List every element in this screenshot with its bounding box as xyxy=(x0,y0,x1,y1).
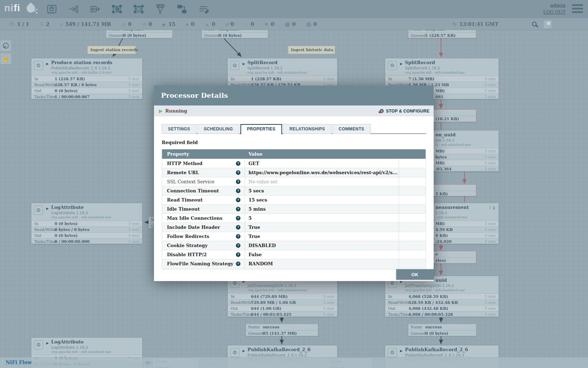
property-row[interactable]: Cookie Strategy?DISABLED xyxy=(162,241,426,250)
conn-queued-value: ytes) xyxy=(435,258,446,264)
help-icon[interactable]: ? xyxy=(236,225,240,230)
connection-label[interactable]: Namesuccess Queued85 (141.37 MB) xyxy=(246,324,318,336)
property-row[interactable]: Connection Timeout?5 secs xyxy=(162,186,426,195)
connection-label[interactable]: NameResponse Queued0 (0 bytes) xyxy=(202,30,268,38)
property-row[interactable]: Attributes to Send?No value set xyxy=(162,268,426,270)
global-menu-button[interactable] xyxy=(572,4,583,13)
processor-bundle: org.apache.nifi - nifi-standard-nar xyxy=(405,70,465,74)
help-icon[interactable]: ? xyxy=(236,252,240,257)
nifi-logo: nifi xyxy=(4,2,20,14)
processor-produce-station-records[interactable]: ⚙▶ Produce station records PublishKafkaR… xyxy=(31,58,142,99)
ok-button[interactable]: OK xyxy=(396,269,434,280)
conn-queued-value: 0 (0 bytes) xyxy=(123,33,146,39)
property-value: True xyxy=(245,223,399,232)
help-icon[interactable]: ? xyxy=(236,161,240,166)
processor-stat-row: Read/Write729.89 MB / 1.06 GB5 min xyxy=(228,299,337,305)
processor-toolbar-icon[interactable] xyxy=(46,3,58,15)
conn-queued-key: Queued xyxy=(204,33,219,39)
processor-stat-row: Tasks/Time0 / 00:00:00.0005 min xyxy=(31,238,142,244)
output-port-toolbar-icon[interactable] xyxy=(89,3,102,15)
help-icon[interactable]: ? xyxy=(236,170,240,175)
help-icon[interactable]: ? xyxy=(236,261,240,266)
property-row[interactable]: Remote URL?https://www.pegelonline.wsv.d… xyxy=(162,168,426,177)
search-icon[interactable] xyxy=(532,22,537,26)
processor-logattribute[interactable]: ⚙▶ LogAttribute LogAttribute 1.16.3 org.… xyxy=(31,203,142,244)
input-port-toolbar-icon[interactable] xyxy=(67,3,80,15)
conn-name-value: success xyxy=(263,324,279,330)
processor-bundle: org.apache.nifi - nifi-standard-nar xyxy=(51,350,111,354)
property-row[interactable]: Idle Timeout?5 mins xyxy=(162,204,426,213)
up-to-date-versioned-icon: ✓ xyxy=(245,22,248,27)
status-items: 1 / 1⠿2≡549 / 141.71 MB◎0⊘0▶15■0▲0ϟ0✓0✱0… xyxy=(9,18,440,30)
processor-jolttransformjson-2[interactable]: ⚙▶ uuid JoltTransformJSON 1.16.3 org.apa… xyxy=(385,276,499,317)
tab-comments[interactable]: COMMENTS xyxy=(332,124,371,134)
property-row[interactable]: Include Date Header?True xyxy=(162,223,426,232)
processor-stat-row: In0 (0 bytes)5 min xyxy=(31,220,142,226)
help-icon[interactable]: ? xyxy=(236,216,240,220)
property-row[interactable]: Read Timeout?15 secs xyxy=(162,195,426,204)
status-item-value: 0 xyxy=(271,21,274,27)
processor-icon: ⚙ xyxy=(34,340,43,349)
help-icon[interactable]: ? xyxy=(236,189,240,193)
help-icon[interactable]: ? xyxy=(236,179,240,184)
property-name: Max Idle Connections xyxy=(167,216,223,221)
birdseye-toggle-button[interactable] xyxy=(543,20,552,29)
property-row[interactable]: Disable HTTP/2?False xyxy=(162,250,426,259)
property-value: No value set xyxy=(245,177,399,186)
processor-stat-row: Tasks/Time1 / 00:00:00.0675 min xyxy=(31,94,142,100)
status-item-value: 0 xyxy=(212,21,215,27)
conn-queued-value: 0 (0 bytes) xyxy=(425,330,448,336)
property-row[interactable]: SSL Context Service?No value set xyxy=(162,177,426,186)
tab-properties[interactable]: PROPERTIES xyxy=(240,124,282,134)
connection-label[interactable]: NameResponse Queued1 (228.57 KB) xyxy=(408,30,476,38)
property-row[interactable]: Follow Redirects?True xyxy=(162,232,426,241)
required-field-note: Required field xyxy=(162,140,198,145)
processor-stat-row: In1 (228.57 KB)5 min xyxy=(31,76,142,82)
process-group-toolbar-icon[interactable] xyxy=(111,3,123,15)
refresh-icon[interactable]: ↻ xyxy=(452,21,457,27)
tab-settings[interactable]: SETTINGS xyxy=(162,124,196,134)
label-toolbar-icon[interactable] xyxy=(197,3,210,15)
help-icon[interactable]: ? xyxy=(236,207,240,211)
connection-label[interactable]: Namesuccess Queued0 (0 bytes) xyxy=(408,324,476,336)
processor-stat-row: In7 (1.56 MB)5 min xyxy=(385,76,498,82)
flow-label[interactable]: Ingest historic data xyxy=(288,46,335,54)
status-item-value: 15 xyxy=(168,21,175,27)
running-status-icon: ▶ xyxy=(46,341,49,345)
template-toolbar-icon[interactable] xyxy=(176,3,188,15)
operate-palette-button[interactable]: ☝ xyxy=(0,53,12,64)
stale-versioned-icon: ↑ xyxy=(285,22,290,27)
stop-and-configure-button[interactable]: ⚙ STOP & CONFIGURE xyxy=(379,108,429,114)
processor-name: PublishKafkaRecord_2_6 xyxy=(405,347,468,352)
conn-name-value: success xyxy=(425,324,442,330)
property-row[interactable]: Max Idle Connections?5 xyxy=(162,213,426,223)
processor-jolttransformjson-1[interactable]: ⚙▶ JoltTransformJSON 1.16.3 org.apache.n… xyxy=(227,276,337,317)
gear-icon: ⚙ xyxy=(379,108,384,114)
processor-name: on_uuid xyxy=(435,132,456,137)
property-name: Disable HTTP/2 xyxy=(167,252,207,257)
current-user: admin xyxy=(543,3,566,8)
funnel-toolbar-icon[interactable] xyxy=(154,3,167,15)
flow-label[interactable]: Ingest station records xyxy=(88,46,136,54)
dialog-status-strip: ▶ Running ⚙ STOP & CONFIGURE xyxy=(154,105,434,116)
active-threads-icon: ⠿ xyxy=(40,22,43,27)
help-icon[interactable]: ? xyxy=(236,243,240,248)
help-icon[interactable]: ? xyxy=(236,198,240,202)
help-icon[interactable]: ? xyxy=(236,234,240,239)
processor-type: SplitRecord 1.16.3 xyxy=(405,66,440,70)
tab-scheduling[interactable]: SCHEDULING xyxy=(197,124,239,134)
tab-relationships[interactable]: RELATIONSHIPS xyxy=(283,124,331,134)
breadcrumb[interactable]: NiFi Flow xyxy=(6,360,32,365)
status-item-running-components: ▶15 xyxy=(162,21,175,27)
refresh-time: 13:01:41 GMT xyxy=(460,21,499,27)
navigate-palette-button[interactable] xyxy=(0,40,12,52)
remote-process-group-toolbar-icon[interactable] xyxy=(132,3,145,15)
processor-bundle: - nifi-standard-nar xyxy=(435,215,468,219)
processor-name: Produce station records xyxy=(51,60,112,65)
property-row[interactable]: HTTP Method?GET xyxy=(162,159,426,168)
property-row[interactable]: FlowFile Naming Strategy?RANDOM xyxy=(162,259,426,268)
logout-link[interactable]: LOG OUT xyxy=(543,9,566,15)
processor-bundle: org.apache.nifi - nifi-standard-nar xyxy=(247,288,307,292)
processor-stat-row: Out0 (0 bytes)5 min xyxy=(31,232,142,238)
connection-label[interactable]: NameResponse Queued0 (0 bytes) xyxy=(106,30,173,38)
